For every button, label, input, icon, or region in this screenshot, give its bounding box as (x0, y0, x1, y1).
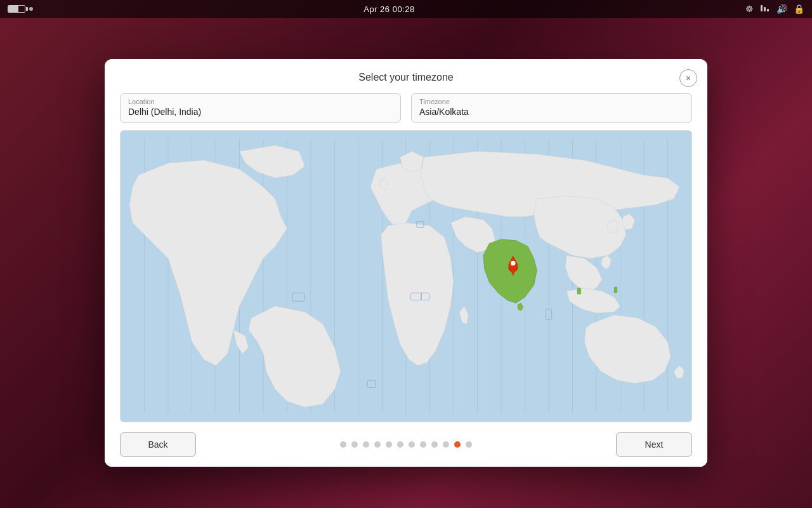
dot-6 (397, 441, 403, 448)
timezone-field[interactable]: Timezone Asia/Kolkata (411, 93, 692, 123)
dialog-title: Select your timezone (358, 72, 453, 83)
close-button[interactable]: × (679, 69, 697, 87)
dialog-fields: Location Delhi (Delhi, India) Timezone A… (105, 93, 707, 130)
taskbar-left (8, 5, 33, 13)
dialog-footer: Back Next (105, 422, 707, 467)
next-button[interactable]: Next (616, 432, 692, 457)
network-icon[interactable] (760, 4, 770, 15)
svg-rect-27 (577, 288, 581, 294)
dot-2 (351, 441, 358, 448)
location-label: Location (128, 98, 393, 105)
dot-8 (420, 441, 426, 448)
dot-12 (466, 441, 472, 448)
dot-11-active (454, 441, 461, 448)
dot-10 (443, 441, 449, 448)
svg-rect-1 (764, 7, 766, 11)
dialog-header: Select your timezone × (105, 59, 707, 93)
dot-1 (340, 441, 346, 448)
timezone-value: Asia/Kolkata (419, 107, 684, 117)
dialog-backdrop: Select your timezone × Location Delhi (D… (0, 18, 812, 508)
taskbar: Apr 26 00:28 ☸ 🔊 🔒 (0, 0, 812, 18)
accessibility-icon[interactable]: ☸ (745, 4, 754, 14)
pagination-dots (340, 441, 472, 448)
map-svg (121, 131, 691, 422)
taskbar-indicator (29, 7, 33, 11)
timezone-dialog: Select your timezone × Location Delhi (D… (105, 59, 707, 467)
svg-rect-0 (761, 5, 763, 11)
battery-status-icon[interactable]: 🔒 (794, 4, 804, 14)
world-map[interactable] (120, 130, 692, 422)
taskbar-right: ☸ 🔊 🔒 (745, 4, 804, 15)
dot-7 (409, 441, 415, 448)
dot-3 (363, 441, 369, 448)
timezone-label: Timezone (419, 98, 684, 105)
location-field[interactable]: Location Delhi (Delhi, India) (120, 93, 401, 123)
svg-rect-2 (767, 9, 769, 11)
battery-icon (8, 5, 25, 13)
svg-rect-28 (614, 287, 617, 293)
taskbar-datetime: Apr 26 00:28 (363, 4, 414, 14)
location-value: Delhi (Delhi, India) (128, 107, 393, 117)
dot-5 (386, 441, 392, 448)
volume-icon[interactable]: 🔊 (776, 4, 787, 14)
back-button[interactable]: Back (120, 432, 196, 457)
dot-4 (374, 441, 381, 448)
svg-point-30 (511, 261, 516, 266)
dot-9 (431, 441, 438, 448)
